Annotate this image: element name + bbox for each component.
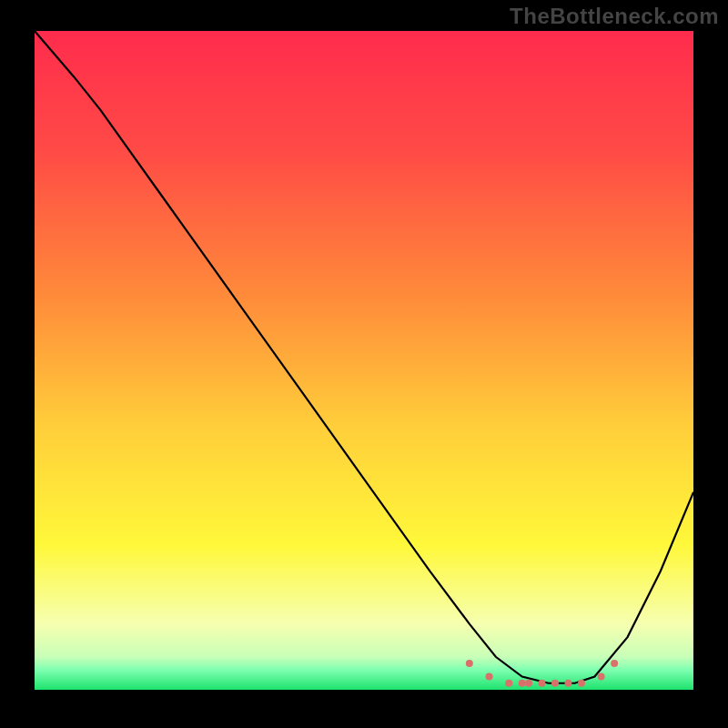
plot-area — [35, 31, 693, 690]
highlight-marker — [538, 680, 545, 687]
highlight-marker — [505, 680, 512, 687]
highlight-marker — [598, 673, 605, 681]
watermark-text: TheBottleneck.com — [510, 4, 719, 29]
highlight-marker — [564, 680, 571, 687]
highlight-marker — [466, 660, 473, 667]
highlight-marker — [486, 673, 493, 681]
highlight-marker — [551, 680, 559, 687]
chart-frame: TheBottleneck.com — [0, 0, 728, 728]
highlight-marker — [525, 680, 532, 687]
gradient-background — [35, 31, 693, 690]
highlight-marker — [611, 660, 618, 667]
highlight-marker — [578, 680, 585, 687]
chart-svg — [35, 31, 693, 690]
highlight-marker — [519, 680, 526, 687]
